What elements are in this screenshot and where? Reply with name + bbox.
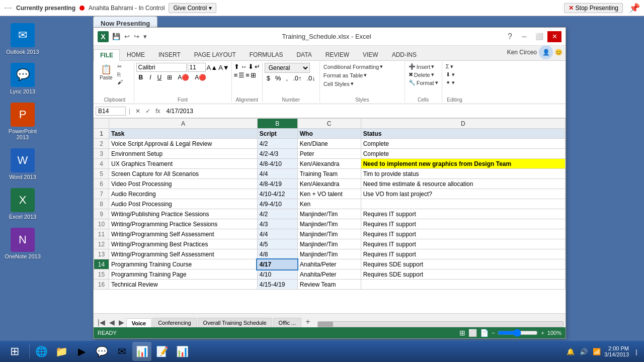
clock-area[interactable]: 2:00 PM 3/14/2013 bbox=[604, 345, 629, 357]
row-number-3[interactable]: 3 bbox=[94, 149, 109, 159]
cell-c4[interactable]: Ken/Alexandra bbox=[297, 159, 361, 169]
cell-b8[interactable]: 4/9-4/10 bbox=[257, 199, 297, 209]
cell-b9[interactable]: 4/2 bbox=[257, 209, 297, 219]
tab-formulas[interactable]: FORMULAS bbox=[243, 49, 290, 60]
tab-data[interactable]: DATA bbox=[290, 49, 318, 60]
taskbar-word[interactable]: 📝 bbox=[152, 342, 172, 361]
cell-a4[interactable]: UX Graphics Treament bbox=[109, 159, 258, 169]
sheet-tab-voice[interactable]: Voice bbox=[126, 318, 152, 328]
cell-a8[interactable]: Audio Post Processing bbox=[109, 199, 258, 209]
underline-button[interactable]: U bbox=[155, 73, 164, 81]
align-middle-button[interactable]: ↔ bbox=[240, 63, 247, 70]
tab-review[interactable]: REVIEW bbox=[319, 49, 356, 60]
row-number-16[interactable]: 16 bbox=[94, 280, 109, 290]
cell-d4[interactable]: Need to implement new graphics from Desi… bbox=[361, 159, 565, 169]
taskbar-lync[interactable]: 💬 bbox=[92, 342, 111, 361]
cell-a13[interactable]: Writing/Programming Self Assessment bbox=[109, 249, 258, 259]
taskbar-files[interactable]: 📁 bbox=[52, 342, 71, 361]
sheet-tab-office[interactable]: Offic ... bbox=[273, 318, 302, 327]
taskbar-excel[interactable]: 📊 bbox=[132, 342, 151, 361]
cell-b1[interactable]: Script bbox=[257, 129, 297, 139]
percent-button[interactable]: % bbox=[273, 74, 283, 82]
taskbar-ie[interactable]: 🌐 bbox=[32, 342, 51, 361]
normal-view-button[interactable]: ⊞ bbox=[459, 329, 465, 337]
sheet-tab-overall[interactable]: Overall Training Schedule bbox=[198, 318, 272, 327]
help-button[interactable]: ? bbox=[505, 31, 515, 42]
row-number-12[interactable]: 12 bbox=[94, 239, 109, 249]
conditional-formatting-button[interactable]: Conditional Formatting ▾ bbox=[322, 63, 403, 70]
cell-b15[interactable]: 4/10 bbox=[257, 269, 297, 280]
taskbar-media[interactable]: ▶ bbox=[72, 342, 91, 361]
row-number-7[interactable]: 7 bbox=[94, 189, 109, 199]
col-header-b[interactable]: B bbox=[257, 119, 297, 129]
increase-font-button[interactable]: A▲ bbox=[207, 64, 218, 71]
cell-c16[interactable]: Review Team bbox=[297, 280, 361, 290]
formula-fx-button[interactable]: fx bbox=[153, 107, 162, 115]
sheet-nav-next[interactable]: ▶ bbox=[117, 317, 126, 327]
save-qat-button[interactable]: 💾 bbox=[111, 32, 122, 41]
cell-d3[interactable]: Complete bbox=[361, 149, 565, 159]
row-number-5[interactable]: 5 bbox=[94, 169, 109, 179]
cell-a6[interactable]: Video Post Processing bbox=[109, 179, 258, 189]
start-button[interactable]: ⊞ bbox=[2, 342, 27, 361]
col-header-d[interactable]: D bbox=[361, 119, 565, 129]
cell-c9[interactable]: Manjinder/Tim bbox=[297, 209, 361, 219]
sheet-tab-conferencing[interactable]: Conferencing bbox=[152, 318, 196, 327]
cell-c6[interactable]: Ken/Alexandra bbox=[297, 179, 361, 189]
cell-b5[interactable]: 4/4 bbox=[257, 169, 297, 179]
increase-decimal-button[interactable]: .0↑ bbox=[291, 74, 303, 82]
cell-c5[interactable]: Training Team bbox=[297, 169, 361, 179]
cell-d2[interactable]: Complete bbox=[361, 139, 565, 149]
align-left-button[interactable]: ≡ bbox=[234, 71, 238, 79]
row-number-9[interactable]: 9 bbox=[94, 209, 109, 219]
clear-button[interactable]: ✦ ▾ bbox=[444, 79, 460, 86]
cell-c2[interactable]: Ken/Diane bbox=[297, 139, 361, 149]
minimize-button[interactable]: ─ bbox=[517, 31, 531, 42]
currency-button[interactable]: $ bbox=[265, 74, 272, 82]
sidebar-app-excel-2013[interactable]: XExcel 2013 bbox=[0, 185, 45, 223]
zoom-minus-icon[interactable]: − bbox=[492, 330, 495, 336]
insert-cells-button[interactable]: ➕ Insert ▾ bbox=[407, 63, 436, 70]
cell-c7[interactable]: Ken + VO talent bbox=[297, 189, 361, 199]
page-break-view-button[interactable]: 📄 bbox=[480, 329, 489, 337]
merge-cells-button[interactable]: ⊞ bbox=[251, 71, 256, 79]
restore-button[interactable]: ⬜ bbox=[532, 31, 546, 42]
row-number-13[interactable]: 13 bbox=[94, 249, 109, 259]
cell-d6[interactable]: Need time estimate & resource allocation bbox=[361, 179, 565, 189]
volume-icon[interactable]: 🔊 bbox=[578, 346, 589, 357]
row-number-11[interactable]: 11 bbox=[94, 229, 109, 239]
copy-button[interactable]: ⎘ bbox=[116, 71, 132, 78]
border-button[interactable]: ⊞ bbox=[165, 73, 174, 81]
cell-d10[interactable]: Requires IT support bbox=[361, 219, 565, 229]
col-header-c[interactable]: C bbox=[297, 119, 361, 129]
cell-b16[interactable]: 4/15-4/19 bbox=[257, 280, 297, 290]
cell-styles-button[interactable]: Cell Styles ▾ bbox=[322, 80, 403, 87]
sidebar-app-powerpoint-2013[interactable]: PPowerPoint 2013 bbox=[0, 100, 45, 143]
taskbar-outlook[interactable]: ✉ bbox=[112, 342, 131, 361]
cell-c3[interactable]: Peter bbox=[297, 149, 361, 159]
cell-b10[interactable]: 4/3 bbox=[257, 219, 297, 229]
tab-home[interactable]: HOME bbox=[120, 49, 151, 60]
cell-a5[interactable]: Screen Capture for All Scenarios bbox=[109, 169, 258, 179]
cell-c14[interactable]: Anahita/Peter bbox=[297, 259, 361, 269]
autosum-button[interactable]: Σ ▾ bbox=[444, 63, 460, 70]
row-number-15[interactable]: 15 bbox=[94, 269, 109, 280]
cell-d14[interactable]: Requires SDE support bbox=[361, 259, 565, 269]
cell-d15[interactable]: Requires SDE support bbox=[361, 269, 565, 280]
undo-qat-button[interactable]: ↩ bbox=[123, 32, 131, 41]
format-painter-button[interactable]: 🖌 bbox=[116, 78, 132, 85]
tab-file[interactable]: FILE bbox=[94, 49, 120, 61]
cell-b7[interactable]: 4/10-4/12 bbox=[257, 189, 297, 199]
format-as-table-button[interactable]: Format as Table ▾ bbox=[322, 71, 403, 79]
page-layout-view-button[interactable]: ⬜ bbox=[468, 329, 477, 337]
cell-d9[interactable]: Requires IT support bbox=[361, 209, 565, 219]
row-number-8[interactable]: 8 bbox=[94, 199, 109, 209]
taskbar-powerpoint[interactable]: 📊 bbox=[173, 342, 192, 361]
cell-d12[interactable]: Requires IT support bbox=[361, 239, 565, 249]
cell-d5[interactable]: Tim to provide status bbox=[361, 169, 565, 179]
cell-a2[interactable]: Voice Script Approval & Legal Review bbox=[109, 139, 258, 149]
cell-d13[interactable]: Requires IT support bbox=[361, 249, 565, 259]
tab-page-layout[interactable]: PAGE LAYOUT bbox=[188, 49, 243, 60]
row-number-4[interactable]: 4 bbox=[94, 159, 109, 169]
cell-a10[interactable]: Writing/Programming Practice Sessions bbox=[109, 219, 258, 229]
